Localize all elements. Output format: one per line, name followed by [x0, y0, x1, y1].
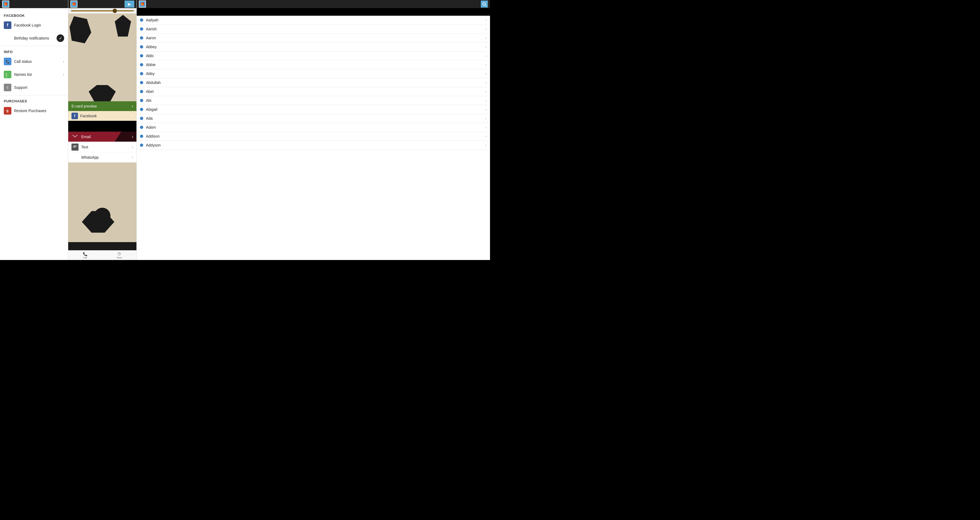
facebook-login-label: Facebook Login [14, 23, 64, 27]
name-text: Adam [146, 125, 485, 129]
name-text: Abi [146, 98, 485, 103]
menu-item-call-status[interactable]: 📞 Call status › [0, 55, 68, 68]
name-dot [140, 81, 143, 84]
name-text: Abby [146, 72, 485, 76]
name-arrow: › [485, 45, 487, 49]
name-item[interactable]: Abdullah › [137, 78, 490, 87]
left-panel-header: 🎁 [0, 0, 68, 8]
name-text: Addyson [146, 143, 485, 147]
name-item[interactable]: Aaliyah › [137, 16, 490, 25]
name-item[interactable]: Abbi › [137, 51, 490, 61]
right-panel: 🎁 Aaliyah › Aarish › Aaron › Abbey › Abb… [137, 0, 490, 260]
name-item[interactable]: Abby › [137, 69, 490, 78]
name-item[interactable]: Abigail › [137, 105, 490, 114]
names-list-container: Aaliyah › Aarish › Aaron › Abbey › Abbi … [137, 16, 490, 260]
search-bar [137, 8, 490, 16]
search-button[interactable] [481, 0, 488, 8]
svg-line-16 [485, 5, 486, 6]
info-icon: i [4, 84, 11, 91]
name-item[interactable]: Ada › [137, 114, 490, 123]
card-silhouette-3 [89, 85, 116, 101]
facebook-share-bar[interactable]: f Facebook › [68, 111, 137, 121]
section-facebook: FACEBOOK [0, 11, 68, 19]
svg-rect-2 [5, 72, 10, 77]
name-text: Abel [146, 89, 485, 94]
name-dot [140, 135, 143, 138]
email-icon-box [72, 133, 78, 140]
facebook-share-label: Facebook [80, 114, 97, 118]
ecard-preview-arrow: › [132, 104, 133, 108]
name-arrow: › [485, 134, 487, 139]
right-header: 🎁 [137, 0, 490, 8]
middle-app-icon[interactable]: 🎁 [70, 0, 78, 8]
name-dot [140, 45, 143, 48]
name-item[interactable]: Abi › [137, 96, 490, 105]
name-dot [140, 27, 143, 30]
menu-item-support[interactable]: i Support [0, 81, 68, 94]
fb-share-icon: f [72, 113, 78, 119]
bottom-card-area [68, 163, 137, 250]
svg-text:🗑: 🗑 [6, 109, 9, 113]
text-share-item[interactable]: Text › [68, 142, 137, 152]
name-item[interactable]: Adam › [137, 123, 490, 132]
name-text: Abigail [146, 107, 485, 112]
name-dot [140, 18, 143, 22]
name-dot [140, 63, 143, 66]
facebook-bar-left: f Facebook [72, 113, 97, 119]
whatsapp-arrow: › [132, 155, 133, 160]
bottom-grass [68, 242, 137, 250]
name-arrow: › [485, 80, 487, 85]
menu-item-facebook-login[interactable]: f Facebook Login [0, 19, 68, 32]
bottom-nav-call[interactable]: 📞 Call [83, 252, 88, 259]
name-arrow: › [485, 143, 487, 147]
name-text: Abbie [146, 62, 485, 67]
name-text: Abdullah [146, 80, 485, 85]
name-arrow: › [485, 72, 487, 76]
name-arrow: › [485, 36, 487, 40]
name-item[interactable]: Aaron › [137, 33, 490, 43]
name-text: Ada [146, 116, 485, 121]
left-content: FACEBOOK f Facebook Login Birthday notif… [0, 8, 68, 260]
text-icon-box [72, 144, 78, 151]
right-app-icon[interactable]: 🎁 [139, 0, 146, 8]
name-dot [140, 117, 143, 120]
phone-icon: 📞 [4, 58, 11, 65]
menu-item-names-list[interactable]: ABC Names list › [0, 68, 68, 81]
app-icon[interactable]: 🎁 [2, 0, 9, 8]
name-item[interactable]: Addison › [137, 132, 490, 141]
name-text: Aarish [146, 27, 485, 31]
name-item[interactable]: Abel › [137, 87, 490, 96]
name-text: Addison [146, 134, 485, 139]
progress-slider[interactable] [71, 10, 134, 11]
names-icon: ABC [4, 71, 11, 78]
names-list-label: Names list [14, 72, 63, 77]
name-arrow: › [485, 89, 487, 94]
ecard-preview-bar[interactable]: E-card preview › [68, 101, 137, 111]
whatsapp-share-item[interactable]: WhatsApp › [68, 152, 137, 163]
name-dot [140, 72, 143, 75]
birthday-notifications-item[interactable]: Birthday notifications ✓ [0, 32, 68, 45]
email-arrow: › [132, 134, 133, 139]
section-info: INFO [0, 47, 68, 55]
name-item[interactable]: Addyson › [137, 141, 490, 150]
name-item[interactable]: Abbey › [137, 43, 490, 51]
svg-rect-13 [73, 147, 76, 147]
email-share-item[interactable]: Email › [68, 132, 137, 142]
call-status-arrow: › [63, 59, 64, 64]
text-label: Text [81, 145, 132, 149]
name-arrow: › [485, 27, 487, 31]
name-text: Aaron [146, 36, 485, 40]
name-text: Aaliyah [146, 18, 485, 22]
call-status-label: Call status [14, 59, 63, 64]
name-item[interactable]: Aarish › [137, 25, 490, 33]
name-dot [140, 54, 143, 57]
facebook-icon: f [4, 21, 11, 29]
name-dot [140, 126, 143, 129]
name-dot [140, 144, 143, 147]
menu-item-restore-purchases[interactable]: 🗑 Restore Purchases [0, 104, 68, 117]
bottom-nav-timer[interactable]: ⏱ Timer [116, 252, 122, 259]
middle-header: 🎁 ▶ [68, 0, 137, 8]
name-item[interactable]: Abbie › [137, 61, 490, 69]
text-icon [72, 144, 78, 151]
play-button[interactable]: ▶ [124, 0, 134, 8]
